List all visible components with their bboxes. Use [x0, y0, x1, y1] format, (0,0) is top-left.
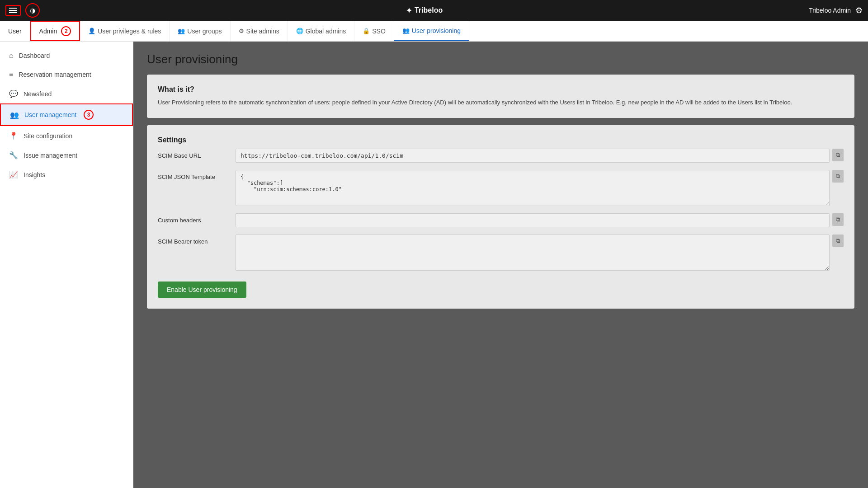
custom-headers-row: Custom headers ⧉ [158, 213, 844, 227]
topbar-left: ◑ [5, 3, 40, 18]
custom-headers-field-wrap: ⧉ [236, 213, 844, 227]
hamburger-icon [9, 8, 17, 13]
scim-base-url-copy-button[interactable]: ⧉ [832, 149, 844, 161]
sidebar-item-insights[interactable]: 📈 Insights [0, 165, 133, 184]
newsfeed-icon: 💬 [9, 89, 18, 98]
sidebar-item-issue-management[interactable]: 🔧 Issue management [0, 145, 133, 165]
scim-json-template-textarea[interactable] [236, 170, 830, 206]
custom-headers-copy-button[interactable]: ⧉ [832, 213, 844, 226]
tab-privileges-label: User privileges & rules [98, 28, 161, 35]
scim-json-template-field-wrap: ⧉ [236, 170, 844, 206]
sidebar-label-reservation: Reservation management [19, 71, 91, 78]
what-is-it-heading: What is it? [158, 85, 844, 94]
tab-global-admins-label: Global admins [306, 28, 346, 35]
global-admins-icon: 🌐 [296, 28, 303, 34]
annotation-badge-2: 2 [61, 26, 71, 36]
accessibility-button[interactable]: ◑ [25, 3, 40, 18]
logo-text: Tribeloo [415, 6, 443, 14]
site-config-icon: 📍 [9, 131, 18, 140]
scim-base-url-input[interactable] [236, 149, 830, 163]
sidebar-item-dashboard[interactable]: ⌂ Dashboard [0, 46, 133, 65]
enable-btn-label: Enable User provisioning [167, 286, 237, 293]
logo: ✦ Tribeloo [406, 6, 443, 15]
content-area: User provisioning What is it? User Provi… [133, 42, 868, 488]
user-groups-icon: 👥 [178, 28, 185, 34]
sidebar-label-issue-management: Issue management [24, 152, 77, 159]
tab-global-admins[interactable]: 🌐 Global admins [288, 21, 355, 41]
what-is-it-body: User Provisioning refers to the automati… [158, 98, 844, 107]
reservation-icon: ≡ [9, 70, 13, 79]
sidebar-item-newsfeed[interactable]: 💬 Newsfeed [0, 84, 133, 103]
settings-card: Settings SCIM Base URL ⧉ SCIM JSON Templ… [147, 125, 854, 309]
settings-icon[interactable]: ⚙ [855, 5, 863, 15]
tab-user-groups-label: User groups [187, 28, 222, 35]
insights-icon: 📈 [9, 170, 18, 179]
custom-headers-input[interactable] [236, 213, 830, 227]
sidebar-item-site-config[interactable]: 📍 Site configuration [0, 126, 133, 145]
tab-admin-label: Admin [39, 28, 57, 35]
settings-heading: Settings [158, 136, 844, 144]
sidebar-label-insights: Insights [24, 171, 45, 178]
issue-management-icon: 🔧 [9, 151, 18, 160]
tab-sso[interactable]: 🔒 SSO [354, 21, 394, 41]
tabbar: User Admin 2 👤 User privileges & rules 👥… [0, 21, 868, 42]
accessibility-icon: ◑ [30, 7, 35, 14]
sidebar-label-dashboard: Dashboard [19, 52, 50, 59]
scim-bearer-row: SCIM Bearer token ⧉ [158, 235, 844, 271]
page-title: User provisioning [147, 52, 854, 66]
main-layout: ⌂ Dashboard ≡ Reservation management 💬 N… [0, 42, 868, 488]
scim-json-template-row: SCIM JSON Template ⧉ [158, 170, 844, 206]
sidebar-label-user-management: User management [24, 111, 76, 118]
copy-icon-4: ⧉ [836, 237, 840, 244]
privileges-icon: 👤 [88, 28, 95, 34]
copy-icon-3: ⧉ [836, 216, 840, 223]
sso-icon: 🔒 [363, 28, 370, 34]
tab-user-label: User [8, 28, 22, 35]
tab-provisioning[interactable]: 👥 User provisioning [394, 21, 469, 41]
provisioning-icon: 👥 [402, 27, 410, 34]
scim-json-template-label: SCIM JSON Template [158, 170, 230, 180]
sidebar-label-newsfeed: Newsfeed [24, 90, 52, 98]
enable-user-provisioning-button[interactable]: Enable User provisioning [158, 282, 246, 298]
sidebar: ⌂ Dashboard ≡ Reservation management 💬 N… [0, 42, 133, 488]
scim-base-url-label: SCIM Base URL [158, 149, 230, 159]
scim-bearer-field-wrap: ⧉ [236, 235, 844, 271]
tab-sso-label: SSO [372, 28, 386, 35]
sidebar-item-user-management[interactable]: 👥 User management 3 [0, 103, 133, 126]
user-management-icon: 👥 [10, 111, 19, 119]
custom-headers-label: Custom headers [158, 213, 230, 224]
logo-icon: ✦ [406, 6, 412, 15]
tab-user[interactable]: User [0, 21, 30, 41]
tab-privileges[interactable]: 👤 User privileges & rules [80, 21, 170, 41]
scim-json-template-copy-button[interactable]: ⧉ [832, 170, 844, 183]
copy-icon-2: ⧉ [836, 173, 840, 180]
sidebar-item-reservation[interactable]: ≡ Reservation management [0, 65, 133, 84]
admin-name: Tribeloo Admin [809, 7, 851, 14]
annotation-badge-3: 3 [84, 110, 94, 120]
scim-bearer-copy-button[interactable]: ⧉ [832, 235, 844, 247]
site-admins-icon: ⚙ [239, 28, 244, 34]
what-is-it-card: What is it? User Provisioning refers to … [147, 75, 854, 118]
scim-bearer-label: SCIM Bearer token [158, 235, 230, 245]
tab-user-groups[interactable]: 👥 User groups [170, 21, 230, 41]
tab-provisioning-label: User provisioning [412, 27, 461, 34]
scim-base-url-field-wrap: ⧉ [236, 149, 844, 163]
topbar: ◑ ✦ Tribeloo Tribeloo Admin ⚙ [0, 0, 868, 21]
dashboard-icon: ⌂ [9, 52, 14, 60]
copy-icon: ⧉ [836, 151, 840, 159]
topbar-right: Tribeloo Admin ⚙ [809, 5, 863, 15]
tab-admin[interactable]: Admin 2 [30, 21, 80, 41]
scim-bearer-textarea[interactable] [236, 235, 830, 271]
sidebar-label-site-config: Site configuration [24, 132, 72, 140]
scim-base-url-row: SCIM Base URL ⧉ [158, 149, 844, 163]
hamburger-button[interactable] [5, 5, 21, 16]
tab-site-admins[interactable]: ⚙ Site admins [231, 21, 288, 41]
tab-site-admins-label: Site admins [246, 28, 279, 35]
